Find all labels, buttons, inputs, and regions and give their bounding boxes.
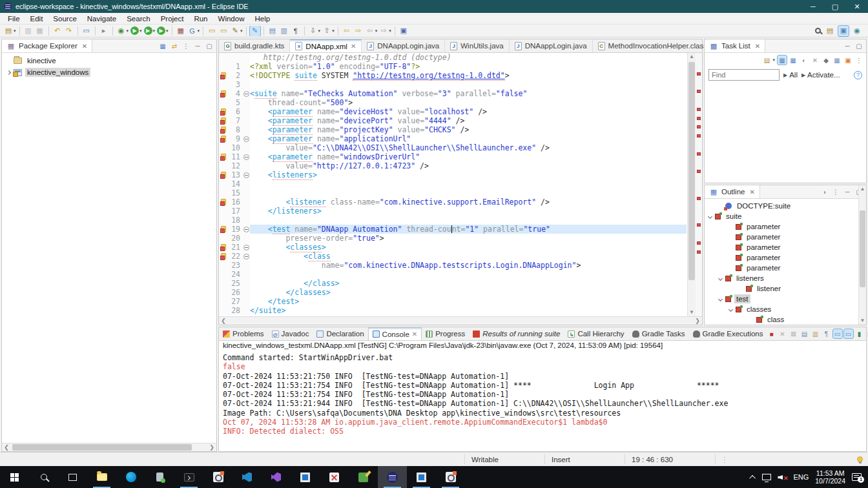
forward-nav-icon[interactable]: ⇨ [378, 26, 389, 36]
minimize-icon[interactable]: ─ [843, 187, 852, 196]
taskbar-file-explorer[interactable] [87, 466, 116, 488]
outline-item-DOCTYPE:suite[interactable]: DOCTYPE:suite [705, 201, 866, 211]
display-selected-console-icon[interactable]: ▤ [866, 329, 868, 338]
scroll-thumb[interactable] [860, 210, 865, 287]
editor-tab-build.gradle.kts[interactable]: Gbuild.gradle.kts [219, 39, 290, 52]
warning-marker-icon[interactable] [221, 72, 226, 79]
console-tab-problems[interactable]: Problems [219, 327, 268, 340]
taskbar-eclipse[interactable] [378, 466, 407, 488]
dropdown-arrow-icon[interactable]: ▾ [772, 57, 775, 63]
code-line[interactable]: 12 value="http://127.0.0.1:4723" /> [219, 161, 687, 170]
outline-item-test[interactable]: test [705, 294, 866, 304]
fold-collapse-icon[interactable] [243, 172, 249, 178]
tree-item-kinective[interactable]: kinective [2, 55, 216, 66]
scroll-up-icon[interactable]: ▲ [689, 53, 694, 61]
code-line[interactable]: 23 name="com.kinective.DNAapp.testscript… [219, 261, 687, 270]
open-task-icon[interactable]: ▭ [207, 26, 217, 36]
menu-run[interactable]: Run [189, 15, 212, 23]
package-explorer-hscrollbar[interactable]: ❮ ❯ [2, 443, 216, 451]
warning-marker-icon[interactable] [221, 136, 226, 142]
scroll-left-icon[interactable]: ❮ [2, 444, 11, 451]
menu-help[interactable]: Help [249, 15, 275, 23]
expand-chevron-icon[interactable] [718, 296, 723, 301]
scroll-lock-icon[interactable]: ▥ [811, 329, 820, 338]
outline-item-parameter[interactable]: parameter [705, 221, 866, 232]
task-activate[interactable]: ▶Activate... [801, 71, 840, 79]
taskbar-snipping[interactable] [320, 466, 349, 488]
view-menu-icon[interactable]: ⋮ [181, 41, 191, 50]
hidden-icons-chevron-icon[interactable] [750, 474, 756, 481]
taskbar-task-view[interactable] [58, 466, 87, 488]
console-output[interactable]: Command started: StartWinAppDriver.batfa… [219, 352, 866, 451]
annotation-mark[interactable] [697, 125, 701, 128]
select-element-icon[interactable]: ▸ [99, 26, 109, 36]
run-icon[interactable]: ▶ [130, 26, 139, 35]
scroll-right-icon[interactable]: ❯ [693, 318, 702, 324]
network-icon[interactable] [762, 474, 771, 480]
show-source-icon[interactable]: ▥ [279, 26, 289, 36]
maximize-icon[interactable]: ▢ [824, 0, 846, 13]
dropdown-arrow-icon[interactable]: ▾ [198, 28, 200, 34]
console-tab-results-of-running-suite[interactable]: Results of running suite [469, 327, 564, 340]
debug-perspective-icon[interactable]: ◉ [852, 26, 862, 36]
annotation-mark[interactable] [697, 117, 701, 120]
taskbar-terminal[interactable] [174, 466, 203, 488]
open-console-view-icon[interactable]: ▭ [81, 26, 92, 36]
code-line[interactable]: 26 </classes> [219, 288, 687, 297]
back-nav-icon[interactable]: ⇦ [365, 26, 375, 36]
code-lines[interactable]: http://testng.org/testng-1.0.dtd (doctyp… [219, 53, 687, 316]
minimize-icon[interactable]: ─ [802, 0, 824, 13]
dropdown-arrow-icon[interactable]: ▾ [166, 28, 169, 34]
outline-item-listener[interactable]: listener [705, 283, 866, 294]
view-menu-icon[interactable]: ⋮ [831, 187, 840, 196]
volume-muted-icon[interactable]: ✕ [778, 473, 787, 481]
console-tab-progress[interactable]: Progress [422, 327, 469, 340]
taskbar-blue-app2[interactable] [407, 466, 436, 488]
code-line[interactable]: 20 preserve-order="true"> [219, 234, 687, 243]
outline-item-classes[interactable]: classes [705, 304, 866, 314]
dropdown-arrow-icon[interactable]: ▾ [14, 28, 16, 34]
open-resource-icon[interactable]: ▭ [218, 26, 229, 36]
mark-occurrences-icon[interactable]: ✎ [250, 26, 260, 36]
back-history-icon[interactable]: ⇦ [342, 26, 352, 36]
close-icon[interactable]: ✕ [82, 43, 87, 50]
word-wrap-icon[interactable]: ¶ [822, 329, 831, 338]
warning-marker-icon[interactable] [221, 108, 226, 115]
scheduled-icon[interactable]: ▦ [789, 56, 798, 65]
java-perspective-icon[interactable]: ▣ [838, 26, 849, 36]
editor-vscrollbar[interactable]: ▲ ▼ [687, 53, 696, 316]
code-line[interactable]: 3 [219, 80, 687, 89]
code-line[interactable]: 21 <classes> [219, 243, 687, 252]
warning-marker-icon[interactable] [221, 226, 226, 232]
dropdown-arrow-icon[interactable]: ▾ [375, 28, 378, 34]
code-line[interactable]: 24 [219, 270, 687, 279]
code-line[interactable]: 27 </test> [219, 297, 687, 306]
warning-marker-icon[interactable] [221, 244, 226, 250]
taskbar-blue-app[interactable] [291, 466, 320, 488]
maximize-icon[interactable]: ▢ [854, 41, 863, 50]
close-icon[interactable]: ✕ [351, 43, 356, 50]
taskbar-server[interactable] [145, 466, 174, 488]
expand-chevron-icon[interactable] [708, 214, 712, 218]
code-line[interactable]: 8 <parameter name="projectKey" value="CH… [219, 125, 687, 134]
minimize-icon[interactable]: ─ [843, 41, 852, 50]
scroll-down-icon[interactable]: ▼ [689, 309, 694, 316]
code-line[interactable]: 11 <parameter name="windowsDriverUrl" [219, 152, 687, 161]
warning-marker-icon[interactable] [221, 199, 226, 205]
prev-annotation-icon[interactable]: ⇧ [322, 26, 332, 36]
code-line[interactable]: 10 value="C:\\DNA42\\OSI\\ShellLauncher\… [219, 143, 687, 152]
taskbar-vscode[interactable] [232, 466, 262, 488]
outline-item-parameter[interactable]: parameter [705, 242, 866, 252]
show-stdout-when-changed-icon[interactable]: ▭ [833, 329, 842, 338]
next-annotation-icon[interactable]: ⇩ [308, 26, 318, 36]
taskbar-search[interactable] [29, 466, 58, 488]
expand-chevron-icon[interactable] [728, 307, 733, 311]
collapse-all-icon[interactable]: ▦ [832, 56, 842, 65]
taskbar-visual-studio[interactable] [262, 466, 291, 488]
scroll-thumb[interactable] [688, 62, 695, 280]
categorized-icon[interactable]: ▦ [778, 56, 787, 65]
annotation-mark[interactable] [697, 90, 701, 93]
code-line[interactable]: 25 </class> [219, 279, 687, 288]
tree-item-kinective_windows[interactable]: kinective_windows [2, 66, 216, 78]
annotation-mark[interactable] [697, 197, 701, 200]
